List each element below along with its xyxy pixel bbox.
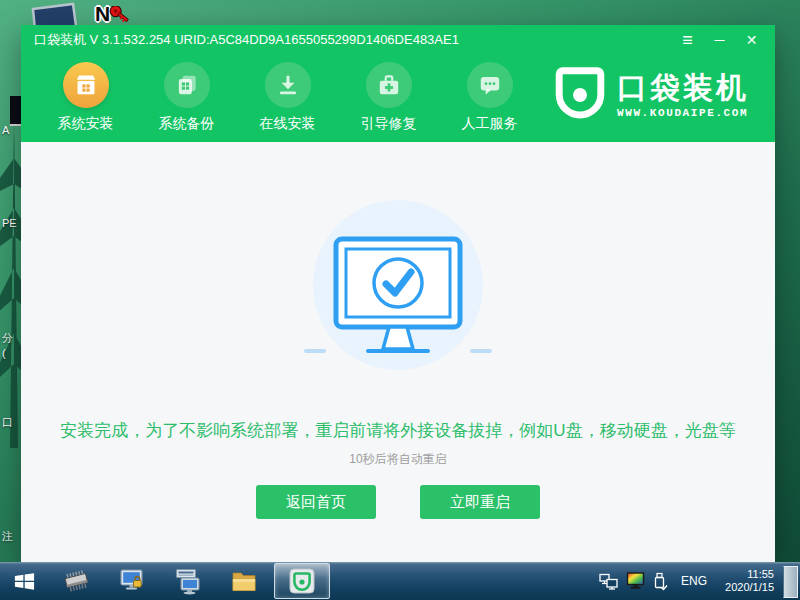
system-tray: ENG 11:55 2020/1/15 xyxy=(599,562,774,600)
nav-item-online-install[interactable]: 在线安装 xyxy=(237,62,338,133)
desktop-label-fragment: PE xyxy=(2,217,17,229)
keyboard-monitor-icon xyxy=(174,567,202,595)
nav-item-human-service[interactable]: 人工服务 xyxy=(439,62,540,133)
taskbar: ENG 11:55 2020/1/15 xyxy=(0,562,800,600)
desktop-label-fragment: 注 xyxy=(2,530,13,542)
nav-item-system-install[interactable]: 系统安装 xyxy=(35,62,136,133)
menu-icon[interactable]: ≡ xyxy=(679,25,696,55)
start-button[interactable] xyxy=(0,562,48,600)
restart-now-button[interactable]: 立即重启 xyxy=(420,485,540,519)
back-home-button[interactable]: 返回首页 xyxy=(256,485,376,519)
show-desktop-button[interactable] xyxy=(783,566,798,598)
network-icon[interactable] xyxy=(599,573,618,590)
titlebar[interactable]: 口袋装机 V 3.1.532.254 URID:A5C84DD9A1655055… xyxy=(21,25,775,55)
nav-label: 系统备份 xyxy=(159,115,215,133)
backup-copies-icon xyxy=(164,62,210,108)
window-controls: ≡ ─ ✕ xyxy=(679,25,775,55)
logo-url: WWW.KOUDAIPE.COM xyxy=(617,107,749,119)
memory-chip-icon xyxy=(61,567,91,595)
close-icon[interactable]: ✕ xyxy=(743,25,760,55)
chat-service-icon xyxy=(467,62,513,108)
taskbar-app-file-explorer[interactable] xyxy=(216,562,272,600)
screen: N A PE 分 ( 口 注 口袋装机 V 3.1.532.254 URID:A… xyxy=(0,0,800,600)
brand-logo: 口袋装机 WWW.KOUDAIPE.COM xyxy=(554,66,749,124)
monitor-lock-tool-icon xyxy=(118,567,146,595)
windows-logo-icon xyxy=(13,570,36,593)
minimize-icon[interactable]: ─ xyxy=(711,25,728,55)
clock-time: 11:55 xyxy=(725,568,774,581)
clock-date: 2020/1/15 xyxy=(725,581,774,594)
main-navigation: 系统安装 系统备份 xyxy=(21,55,775,142)
monitor-checkmark-illustration xyxy=(310,197,486,373)
taskbar-app-koudai-installer[interactable] xyxy=(274,563,330,599)
nav-label: 人工服务 xyxy=(462,115,518,133)
monitor-checkmark-icon xyxy=(298,211,498,361)
koudai-installer-window: 口袋装机 V 3.1.532.254 URID:A5C84DD9A1655055… xyxy=(21,25,775,557)
taskbar-app-system-tool[interactable] xyxy=(104,562,160,600)
desktop-label-fragment: 分 xyxy=(2,332,13,344)
logo-text: 口袋装机 WWW.KOUDAIPE.COM xyxy=(617,72,749,119)
action-buttons: 返回首页 立即重启 xyxy=(256,485,540,519)
hidden-desktop-icon-sliver xyxy=(10,96,21,126)
nav-label: 在线安装 xyxy=(260,115,316,133)
nav-label: 系统安装 xyxy=(58,115,114,133)
nav-label: 引导修复 xyxy=(361,115,417,133)
nav-item-boot-repair[interactable]: 引导修复 xyxy=(338,62,439,133)
nav-item-system-backup[interactable]: 系统备份 xyxy=(136,62,237,133)
display-settings-icon[interactable] xyxy=(626,572,645,590)
desktop-label-fragment: 口 xyxy=(2,416,13,428)
folder-icon xyxy=(230,567,258,595)
main-content: 安装完成，为了不影响系统部署，重启前请将外接设备拔掉，例如U盘，移动硬盘，光盘等… xyxy=(21,142,775,564)
taskbar-app-memory-chip[interactable] xyxy=(48,562,104,600)
logo-name: 口袋装机 xyxy=(617,72,749,104)
repair-kit-icon xyxy=(366,62,412,108)
shield-pocket-icon xyxy=(554,66,606,124)
completion-message: 安装完成，为了不影响系统部署，重启前请将外接设备拔掉，例如U盘，移动硬盘，光盘等 xyxy=(60,419,735,442)
clock[interactable]: 11:55 2020/1/15 xyxy=(725,568,774,594)
desktop-label-fragment: ( xyxy=(2,347,6,359)
install-box-icon xyxy=(63,62,109,108)
restart-countdown: 10秒后将自动重启 xyxy=(349,451,446,468)
shield-pocket-taskbar-icon xyxy=(288,567,316,595)
desktop-label-fragment: A xyxy=(2,124,9,136)
taskbar-app-pe-keyboard-tool[interactable] xyxy=(160,562,216,600)
usb-device-icon[interactable] xyxy=(653,572,668,591)
language-indicator[interactable]: ENG xyxy=(681,574,707,588)
window-title: 口袋装机 V 3.1.532.254 URID:A5C84DD9A1655055… xyxy=(21,31,679,49)
download-icon xyxy=(265,62,311,108)
